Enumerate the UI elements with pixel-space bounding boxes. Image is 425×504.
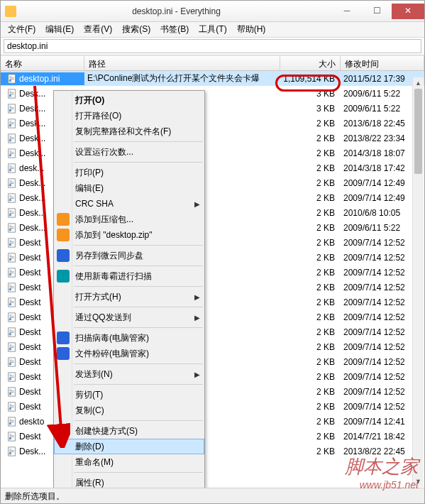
file-size: 2 KB <box>280 385 341 398</box>
file-size: 2 KB <box>280 400 341 413</box>
file-name: deskto <box>19 417 44 427</box>
menu-bookmark[interactable]: 书签(B) <box>156 22 193 37</box>
svg-point-24 <box>9 138 12 141</box>
menu-edit[interactable]: 编辑(E) <box>41 22 78 37</box>
menu-item-icon <box>57 270 70 283</box>
scroll-thumb[interactable] <box>414 89 422 174</box>
svg-rect-122 <box>10 435 14 436</box>
svg-rect-101 <box>10 374 12 375</box>
menu-item[interactable]: 打印(P) <box>54 165 204 180</box>
svg-rect-37 <box>10 182 14 182</box>
menu-item-label: 打开(O) <box>75 94 104 106</box>
menu-item[interactable]: 发送到(N)▶ <box>54 366 204 382</box>
minimize-button[interactable]: ─ <box>332 4 362 19</box>
svg-rect-97 <box>10 361 14 361</box>
col-header-path[interactable]: 路径 <box>84 56 280 70</box>
file-size: 2 KB <box>280 236 341 249</box>
svg-rect-32 <box>10 167 14 168</box>
svg-rect-12 <box>10 107 14 108</box>
svg-rect-123 <box>10 437 14 437</box>
file-size: 2 KB <box>280 147 341 160</box>
close-button[interactable]: ✕ <box>392 4 424 19</box>
scroll-down-icon[interactable]: ▼ <box>413 476 424 487</box>
file-size: 2 KB <box>280 430 341 443</box>
menu-item-label: 添加到压缩包... <box>75 214 133 226</box>
file-name: Deskt <box>19 387 41 397</box>
menu-item[interactable]: 编辑(E) <box>54 180 204 196</box>
svg-rect-128 <box>10 451 14 452</box>
svg-point-34 <box>9 168 12 171</box>
menu-item[interactable]: 打开(O) <box>54 92 204 108</box>
menu-item[interactable]: 复制完整路径和文件名(F) <box>54 124 204 139</box>
file-icon <box>6 447 18 456</box>
svg-point-59 <box>9 243 12 246</box>
menu-item-label: 复制(C) <box>75 405 104 417</box>
menu-item[interactable]: 添加到 "desktop.zip" <box>54 227 204 243</box>
file-size: 2 KB <box>280 266 341 279</box>
svg-rect-58 <box>10 243 14 243</box>
file-name: Desk... <box>19 89 45 99</box>
window-title: desktop.ini - Everything <box>21 6 332 16</box>
file-icon <box>6 312 18 322</box>
maximize-button[interactable]: ☐ <box>362 4 392 19</box>
svg-rect-83 <box>10 317 14 318</box>
svg-rect-2 <box>10 77 14 78</box>
col-header-size[interactable]: 大小 <box>280 56 341 70</box>
menu-item[interactable]: 重命名(M) <box>54 454 204 470</box>
svg-rect-88 <box>10 332 14 333</box>
svg-rect-126 <box>10 449 12 449</box>
menu-view[interactable]: 查看(V) <box>79 22 116 37</box>
file-size: 3 KB <box>280 87 341 100</box>
file-size: 2 KB <box>280 192 341 204</box>
column-headers: 名称 路径 大小 修改时间 <box>1 55 424 71</box>
svg-rect-78 <box>10 302 14 303</box>
menu-item[interactable]: 另存到微云同步盘 <box>54 248 204 263</box>
file-name: Deskt <box>19 297 41 307</box>
svg-rect-3 <box>10 79 14 80</box>
menu-item-label: 删除(D) <box>75 441 104 453</box>
menu-item[interactable]: 通过QQ发送到▶ <box>54 309 204 325</box>
svg-rect-112 <box>10 405 14 406</box>
menu-item[interactable]: 文件粉碎(电脑管家) <box>54 346 204 361</box>
menu-item[interactable]: 扫描病毒(电脑管家) <box>54 330 204 346</box>
file-icon <box>6 297 18 307</box>
menu-tools[interactable]: 工具(T) <box>194 22 231 37</box>
menu-item[interactable]: 添加到压缩包... <box>54 212 204 227</box>
menu-search[interactable]: 搜索(S) <box>118 22 155 37</box>
svg-rect-26 <box>10 150 12 151</box>
menu-item[interactable]: 设置运行次数... <box>54 144 204 160</box>
scrollbar[interactable]: ▲ ▼ <box>412 77 424 487</box>
menu-item[interactable]: CRC SHA▶ <box>54 196 204 212</box>
scroll-up-icon[interactable]: ▲ <box>413 77 424 89</box>
col-header-modified[interactable]: 修改时间 <box>341 56 424 70</box>
svg-rect-7 <box>10 92 14 93</box>
menu-item[interactable]: 删除(D) <box>54 439 204 454</box>
svg-rect-111 <box>10 404 12 405</box>
file-name: Desk... <box>19 223 45 233</box>
col-header-name[interactable]: 名称 <box>1 56 84 70</box>
svg-rect-21 <box>10 136 12 136</box>
submenu-arrow-icon: ▶ <box>194 293 200 301</box>
menu-item[interactable]: 创建快捷方式(S) <box>54 423 204 439</box>
menu-item[interactable]: 剪切(T) <box>54 387 204 402</box>
svg-rect-86 <box>10 329 12 330</box>
file-icon <box>6 178 18 188</box>
menu-file[interactable]: 文件(F) <box>4 22 40 37</box>
svg-rect-68 <box>10 273 14 273</box>
menu-item-label: 另存到微云同步盘 <box>75 250 143 262</box>
svg-rect-72 <box>10 286 14 287</box>
svg-rect-27 <box>10 152 14 153</box>
menu-item-label: 剪切(T) <box>75 389 103 401</box>
menu-help[interactable]: 帮助(H) <box>233 22 270 37</box>
menu-item[interactable]: 使用新毒霸进行扫描 <box>54 268 204 284</box>
table-row[interactable]: desktop.iniE:\PConline测试为什么打开某个文件夹会卡爆1,1… <box>1 71 424 86</box>
menu-item[interactable]: 打开路径(O) <box>54 108 204 124</box>
menu-item[interactable]: 复制(C) <box>54 402 204 418</box>
menu-item-label: 文件粉碎(电脑管家) <box>75 348 149 360</box>
file-size: 3 KB <box>280 102 341 115</box>
svg-rect-11 <box>10 106 12 106</box>
menu-item-label: 编辑(E) <box>75 182 104 195</box>
search-input[interactable] <box>4 39 421 53</box>
menu-item[interactable]: 打开方式(H)▶ <box>54 289 204 305</box>
svg-rect-76 <box>10 300 12 300</box>
